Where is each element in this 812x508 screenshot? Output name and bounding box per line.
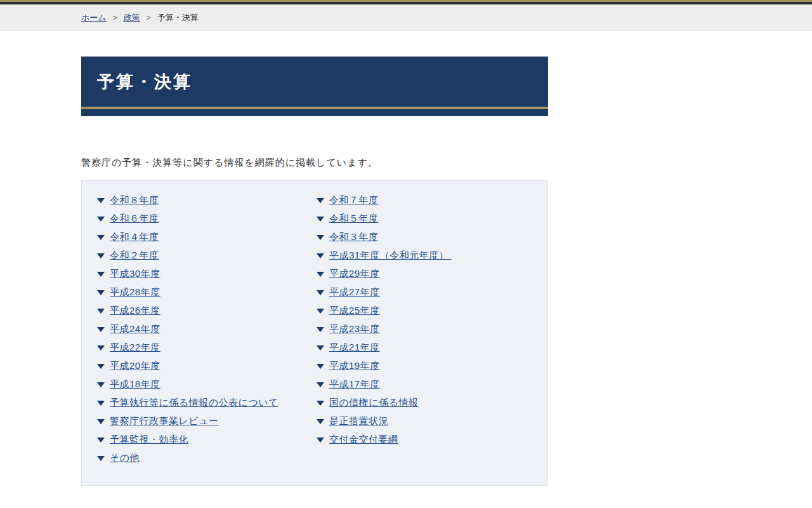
banner-gold-rule <box>81 107 548 109</box>
links-column-left: 令和８年度令和６年度令和４年度令和２年度平成30年度平成28年度平成26年度平成… <box>97 191 317 467</box>
triangle-down-icon <box>97 327 105 332</box>
fiscal-year-link[interactable]: 平成22年度 <box>110 342 160 354</box>
fiscal-year-link[interactable]: 平成24年度 <box>110 323 160 335</box>
link-list-item: 令和６年度 <box>97 210 317 228</box>
page-title-banner: 予算・決算 <box>81 57 548 116</box>
links-column-right: 令和７年度令和５年度令和３年度平成31年度（令和元年度） 平成29年度平成27年… <box>317 191 532 467</box>
triangle-down-icon <box>317 309 324 314</box>
triangle-down-icon <box>317 217 324 222</box>
breadcrumb-link-policy[interactable]: 政策 <box>124 12 140 23</box>
triangle-down-icon <box>97 345 105 351</box>
link-list-item: 平成26年度 <box>97 302 317 320</box>
triangle-down-icon <box>97 364 105 369</box>
triangle-down-icon <box>317 272 324 277</box>
triangle-down-icon <box>317 438 324 443</box>
triangle-down-icon <box>317 382 324 387</box>
link-list-item: 令和４年度 <box>97 228 317 246</box>
triangle-down-icon <box>97 235 105 240</box>
fiscal-year-link[interactable]: 交付金交付要綱 <box>329 434 398 446</box>
link-list-item: 平成19年度 <box>317 357 532 375</box>
link-list-item: 是正措置状況 <box>317 412 532 431</box>
intro-text: 警察庁の予算・決算等に関する情報を網羅的に掲載しています。 <box>81 157 548 168</box>
fiscal-year-link[interactable]: 平成18年度 <box>110 378 160 391</box>
triangle-down-icon <box>317 419 324 424</box>
fiscal-year-link[interactable]: 令和７年度 <box>329 194 379 206</box>
page-title: 予算・決算 <box>81 57 548 107</box>
triangle-down-icon <box>97 290 105 295</box>
link-list-item: 平成23年度 <box>317 320 532 338</box>
link-list-item: 令和２年度 <box>97 246 317 265</box>
link-list-item: 平成30年度 <box>97 265 317 283</box>
link-list-item: 令和５年度 <box>317 210 532 228</box>
triangle-down-icon <box>317 364 324 369</box>
fiscal-year-link[interactable]: 令和２年度 <box>110 250 159 262</box>
fiscal-year-link[interactable]: 令和５年度 <box>329 213 379 225</box>
triangle-down-icon <box>97 217 105 222</box>
fiscal-year-link[interactable]: 平成27年度 <box>329 286 380 298</box>
link-list-item: 予算監視・効率化 <box>97 431 317 449</box>
fiscal-year-link[interactable]: 平成31年度（令和元年度） <box>329 250 452 262</box>
link-list-item: 平成21年度 <box>317 338 532 357</box>
fiscal-year-link[interactable]: 警察庁行政事業レビュー <box>110 415 219 427</box>
breadcrumb-current: 予算・決算 <box>157 12 199 23</box>
fiscal-year-link[interactable]: 令和４年度 <box>110 231 159 243</box>
fiscal-year-link[interactable]: 令和６年度 <box>110 213 159 225</box>
fiscal-year-link[interactable]: 予算監視・効率化 <box>110 434 188 446</box>
fiscal-year-link[interactable]: 平成30年度 <box>110 268 160 280</box>
breadcrumb-bar: ホーム > 政策 > 予算・決算 <box>0 4 812 31</box>
breadcrumb-link-home[interactable]: ホーム <box>81 12 107 23</box>
breadcrumb: ホーム > 政策 > 予算・決算 <box>81 12 199 23</box>
fiscal-year-link[interactable]: 是正措置状況 <box>329 415 388 427</box>
link-list-item: 警察庁行政事業レビュー <box>97 412 317 431</box>
triangle-down-icon <box>317 235 324 240</box>
triangle-down-icon <box>97 198 105 203</box>
link-list-item: 平成31年度（令和元年度） <box>317 246 532 265</box>
triangle-down-icon <box>97 456 105 461</box>
fiscal-year-link[interactable]: 平成21年度 <box>329 342 380 354</box>
triangle-down-icon <box>317 253 324 258</box>
triangle-down-icon <box>97 272 105 277</box>
link-list-item: 平成28年度 <box>97 283 317 302</box>
fiscal-year-link[interactable]: 平成26年度 <box>110 305 160 317</box>
link-list-item: 国の債権に係る情報 <box>317 394 532 412</box>
link-list-item: 平成24年度 <box>97 320 317 338</box>
triangle-down-icon <box>317 345 324 351</box>
triangle-down-icon <box>97 382 105 387</box>
fiscal-year-link[interactable]: 平成28年度 <box>110 286 160 298</box>
fiscal-year-link[interactable]: 令和８年度 <box>110 194 159 206</box>
breadcrumb-separator-icon: > <box>147 13 151 22</box>
triangle-down-icon <box>97 309 105 314</box>
fiscal-year-link[interactable]: 平成20年度 <box>110 360 160 372</box>
link-list-item: 令和３年度 <box>317 228 532 246</box>
link-list-item: 平成22年度 <box>97 338 317 357</box>
link-list-item: 平成25年度 <box>317 302 532 320</box>
link-list-item: その他 <box>97 449 317 467</box>
fiscal-year-link[interactable]: 平成29年度 <box>329 268 380 280</box>
link-list-item: 予算執行等に係る情報の公表について <box>97 394 317 412</box>
link-list-item: 平成27年度 <box>317 283 532 302</box>
fiscal-year-link[interactable]: その他 <box>110 452 140 464</box>
link-list-item: 平成18年度 <box>97 375 317 394</box>
link-list-item: 平成17年度 <box>317 375 532 394</box>
fiscal-year-link[interactable]: 平成17年度 <box>329 378 380 391</box>
triangle-down-icon <box>317 327 324 332</box>
fiscal-year-link[interactable]: 予算執行等に係る情報の公表について <box>110 397 278 409</box>
fiscal-year-link[interactable]: 平成25年度 <box>329 305 380 317</box>
fiscal-year-link[interactable]: 令和３年度 <box>329 231 379 243</box>
main-content: 予算・決算 警察庁の予算・決算等に関する情報を網羅的に掲載しています。 令和８年… <box>81 57 548 486</box>
breadcrumb-separator-icon: > <box>113 13 117 22</box>
link-list-item: 令和８年度 <box>97 191 317 210</box>
triangle-down-icon <box>317 198 324 203</box>
fiscal-year-links-panel: 令和８年度令和６年度令和４年度令和２年度平成30年度平成28年度平成26年度平成… <box>81 180 548 486</box>
triangle-down-icon <box>97 438 105 443</box>
fiscal-year-link[interactable]: 平成19年度 <box>329 360 380 372</box>
fiscal-year-link[interactable]: 国の債権に係る情報 <box>329 397 419 409</box>
triangle-down-icon <box>97 419 105 424</box>
triangle-down-icon <box>97 253 105 258</box>
link-list-item: 交付金交付要綱 <box>317 431 532 449</box>
fiscal-year-link[interactable]: 平成23年度 <box>329 323 380 335</box>
link-list-item: 平成20年度 <box>97 357 317 375</box>
triangle-down-icon <box>317 290 324 295</box>
link-list-item: 令和７年度 <box>317 191 532 210</box>
link-list-item: 平成29年度 <box>317 265 532 283</box>
